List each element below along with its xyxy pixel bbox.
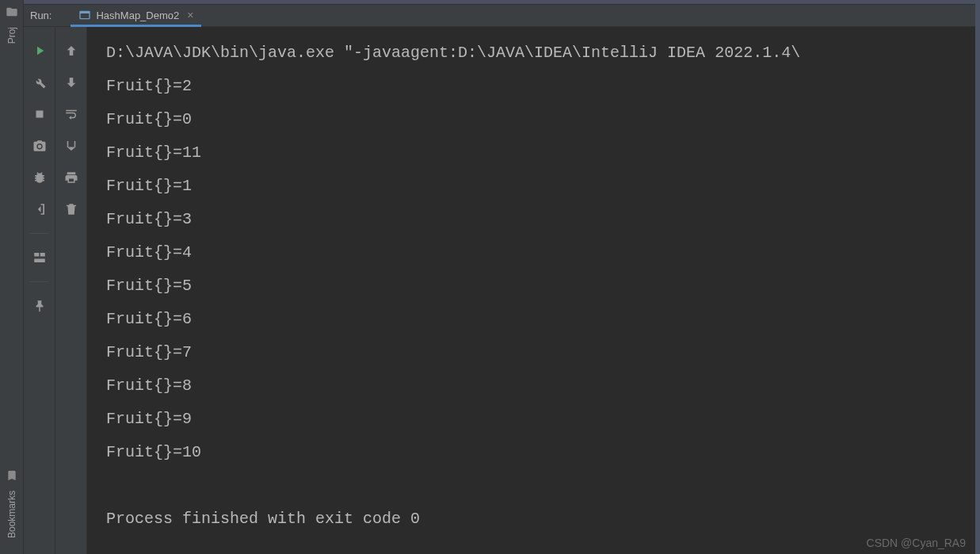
layout-icon[interactable] xyxy=(29,246,51,269)
run-toolbar-primary xyxy=(24,27,55,554)
run-config-tab[interactable]: HashMap_Demo2 × xyxy=(71,6,201,27)
run-toolbar-secondary xyxy=(55,27,87,554)
pin-icon[interactable] xyxy=(29,295,51,317)
svg-rect-1 xyxy=(80,11,90,13)
console-line: Fruit{}=11 xyxy=(106,136,975,170)
watermark: CSDN @Cyan_RA9 xyxy=(867,537,966,549)
project-rail-label[interactable]: Proj xyxy=(6,27,17,44)
console-line: Fruit{}=10 xyxy=(106,436,975,469)
close-icon[interactable]: × xyxy=(187,9,193,21)
console-line: Fruit{}=1 xyxy=(106,170,975,203)
bookmarks-rail-label[interactable]: Bookmarks xyxy=(6,491,17,538)
project-folder-icon[interactable] xyxy=(5,5,19,19)
soft-wrap-icon[interactable] xyxy=(60,103,82,125)
console-line: Fruit{}=6 xyxy=(106,303,975,336)
bug-icon[interactable] xyxy=(29,166,51,189)
console-line: Fruit{}=9 xyxy=(106,403,975,436)
exit-icon[interactable] xyxy=(29,198,51,220)
run-config-tab-label: HashMap_Demo2 xyxy=(96,10,179,21)
svg-rect-4 xyxy=(34,253,39,257)
trash-icon[interactable] xyxy=(60,198,82,220)
arrow-up-icon[interactable] xyxy=(60,40,82,62)
console-line xyxy=(106,469,975,502)
run-label: Run: xyxy=(30,10,51,21)
stop-button[interactable] xyxy=(29,103,51,125)
run-tab-bar: Run: HashMap_Demo2 × xyxy=(24,5,975,27)
console-output[interactable]: D:\JAVA\JDK\bin\java.exe "-javaagent:D:\… xyxy=(87,27,975,554)
console-line: D:\JAVA\JDK\bin\java.exe "-javaagent:D:\… xyxy=(106,36,975,70)
run-tool-window: Run: HashMap_Demo2 × xyxy=(24,0,975,554)
application-icon xyxy=(78,9,91,21)
scroll-to-end-icon[interactable] xyxy=(60,135,82,157)
console-line: Fruit{}=2 xyxy=(106,70,975,103)
rerun-button[interactable] xyxy=(29,40,51,62)
console-line: Fruit{}=4 xyxy=(106,236,975,269)
wrench-icon[interactable] xyxy=(29,71,51,94)
console-line: Fruit{}=5 xyxy=(106,269,975,303)
print-icon[interactable] xyxy=(60,166,82,189)
arrow-down-icon[interactable] xyxy=(60,71,82,94)
right-edge xyxy=(975,0,980,554)
bookmark-icon[interactable] xyxy=(5,468,19,483)
side-rail: Proj Bookmarks xyxy=(0,0,24,554)
camera-icon[interactable] xyxy=(29,135,51,157)
svg-rect-2 xyxy=(36,111,43,118)
console-line: Process finished with exit code 0 xyxy=(106,502,975,536)
console-line: Fruit{}=8 xyxy=(106,369,975,403)
svg-rect-5 xyxy=(40,253,44,257)
console-line: Fruit{}=3 xyxy=(106,203,975,236)
svg-point-3 xyxy=(37,145,41,149)
svg-rect-6 xyxy=(34,259,45,263)
console-line: Fruit{}=7 xyxy=(106,336,975,369)
console-line: Fruit{}=0 xyxy=(106,103,975,136)
